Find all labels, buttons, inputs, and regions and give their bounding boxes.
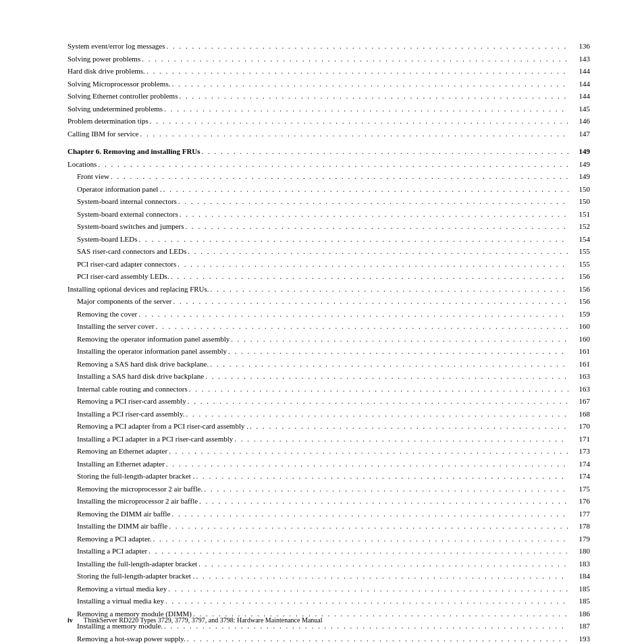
toc-entry: Locations . . . . . . . . . . . . . . . … (68, 159, 590, 170)
toc-dots: . . . . . . . . . . . . . . . . . . . . … (150, 115, 568, 127)
toc-dots: . . . . . . . . . . . . . . . . . . . . … (205, 371, 568, 382)
toc-entry: Chapter 6. Removing and installing FRUs … (68, 146, 590, 157)
toc-entry-page: 170 (570, 421, 590, 432)
toc-entry-page: 177 (570, 508, 590, 520)
toc-entry: Hard disk drive problems. . . . . . . . … (68, 65, 590, 77)
toc-entry: System-board external connectors . . . .… (68, 209, 590, 220)
toc-dots: . . . . . . . . . . . . . . . . . . . . … (111, 171, 568, 182)
toc-entry-title: Installing the operator information pane… (77, 346, 227, 357)
toc-entry: Removing the operator information panel … (68, 333, 590, 345)
toc-entry-page: 147 (570, 128, 590, 140)
toc-entry: Removing the cover . . . . . . . . . . .… (68, 308, 590, 320)
toc-entry-title: Removing a PCI adapter. (77, 533, 152, 545)
toc-entry: Installing a PCI riser-card assembly. . … (68, 408, 590, 420)
toc-dots: . . . . . . . . . . . . . . . . . . . . … (196, 570, 568, 582)
toc-entry-title: Chapter 6. Removing and installing FRUs (68, 146, 200, 157)
toc-entry: Removing an Ethernet adapter . . . . . .… (68, 446, 590, 457)
toc-entry-page: 144 (570, 65, 590, 77)
toc-entry-page: 149 (570, 171, 590, 182)
toc-dots: . . . . . . . . . . . . . . . . . . . . … (139, 234, 568, 245)
toc-dots: . . . . . . . . . . . . . . . . . . . . … (189, 383, 568, 395)
toc-entry-page: 160 (570, 333, 590, 345)
toc-dots: . . . . . . . . . . . . . . . . . . . . … (198, 558, 568, 570)
toc-dots: . . . . . . . . . . . . . . . . . . . . … (202, 146, 568, 157)
toc-entry-title: Removing the cover (77, 308, 137, 320)
toc-dots: . . . . . . . . . . . . . . . . . . . . … (250, 421, 568, 432)
toc-entry-title: Installing the DIMM air baffle (77, 520, 167, 532)
toc-dots: . . . . . . . . . . . . . . . . . . . . … (169, 520, 568, 532)
toc-entry-title: PCI riser-card assembly LEDs. (77, 271, 169, 282)
toc-entry: Installing the DIMM air baffle . . . . .… (68, 520, 590, 532)
toc-entry-title: System-board LEDs (77, 234, 138, 245)
toc-entry-page: 185 (570, 595, 590, 607)
toc-dots: . . . . . . . . . . . . . . . . . . . . … (146, 65, 568, 77)
toc-dots: . . . . . . . . . . . . . . . . . . . . … (211, 284, 568, 295)
toc-entry: Storing the full-length-adapter bracket … (68, 471, 590, 482)
toc-entry-title: Removing a virtual media key (77, 583, 167, 595)
toc-entry: Removing the DIMM air baffle . . . . . .… (68, 508, 590, 520)
toc-entry: Installing optional devices and replacin… (68, 284, 590, 295)
toc-entry-page: 174 (570, 471, 590, 482)
toc-entry-page: 152 (570, 221, 590, 232)
toc-entry-page: 175 (570, 483, 590, 495)
toc-entry-page: 151 (570, 209, 590, 220)
toc-entry-title: Installing a PCI riser-card assembly. (77, 408, 184, 420)
toc-entry-page: 149 (570, 146, 590, 157)
toc-entry: Internal cable routing and connectors . … (68, 383, 590, 395)
toc-entry-page: 144 (570, 78, 590, 90)
toc-entry: PCI riser-card assembly LEDs. . . . . . … (68, 271, 590, 282)
toc-dots: . . . . . . . . . . . . . . . . . . . . … (163, 184, 568, 195)
toc-dots: . . . . . . . . . . . . . . . . . . . . … (196, 471, 568, 482)
toc-dots: . . . . . . . . . . . . . . . . . . . . … (167, 41, 569, 52)
toc-entry-page: 163 (570, 371, 590, 382)
toc-entry-page: 143 (570, 53, 590, 65)
toc-entry-title: Major components of the server (77, 296, 172, 307)
toc-dots: . . . . . . . . . . . . . . . . . . . . … (98, 159, 568, 170)
toc-entry: Front view . . . . . . . . . . . . . . .… (68, 171, 590, 182)
toc-entry: Removing a hot-swap power supply. . . . … (68, 633, 590, 645)
toc-entry-title: Internal cable routing and connectors (77, 383, 188, 395)
toc-entry-title: Removing a SAS hard disk drive backplane… (77, 358, 209, 370)
toc-dots: . . . . . . . . . . . . . . . . . . . . … (166, 458, 568, 470)
toc-dots: . . . . . . . . . . . . . . . . . . . . … (234, 433, 568, 445)
toc-entry-page: 161 (570, 346, 590, 357)
toc-entry-page: 146 (570, 115, 590, 127)
toc-entry: Storing the full-length-adapter bracket … (68, 570, 590, 582)
page-content: System event/error log messages . . . . … (0, 0, 644, 644)
toc-entry: Solving Microprocessor problems. . . . .… (68, 78, 590, 90)
toc-entry-page: 144 (570, 90, 590, 102)
toc-entry-title: SAS riser-card connectors and LEDs (77, 246, 186, 257)
toc-entry-title: Solving power problems (68, 53, 140, 65)
toc-entry: Installing the microprocessor 2 air baff… (68, 495, 590, 507)
toc-entry-title: Installing an Ethernet adapter (77, 458, 165, 470)
toc-entry-page: 163 (570, 383, 590, 395)
toc-entry-title: Storing the full-length-adapter bracket … (77, 570, 194, 582)
toc-entry: Installing a PCI adapter in a PCI riser-… (68, 433, 590, 445)
toc-container: System event/error log messages . . . . … (68, 41, 590, 644)
toc-dots: . . . . . . . . . . . . . . . . . . . . … (178, 259, 568, 270)
toc-entry-title: Removing a hot-swap power supply. (77, 633, 186, 645)
toc-dots: . . . . . . . . . . . . . . . . . . . . … (171, 271, 568, 282)
toc-dots: . . . . . . . . . . . . . . . . . . . . … (231, 333, 568, 345)
toc-entry-page: 173 (570, 446, 590, 457)
toc-dots: . . . . . . . . . . . . . . . . . . . . … (149, 545, 568, 557)
toc-entry-page: 156 (570, 284, 590, 295)
toc-entry-title: Removing an Ethernet adapter (77, 446, 167, 457)
toc-entry-title: Removing the microprocessor 2 air baffle… (77, 483, 203, 495)
toc-entry-title: Problem determination tips (68, 115, 149, 127)
toc-entry: PCI riser-card adapter connectors . . . … (68, 259, 590, 270)
toc-dots: . . . . . . . . . . . . . . . . . . . . … (186, 221, 568, 232)
toc-entry: SAS riser-card connectors and LEDs . . .… (68, 246, 590, 257)
toc-entry-page: 168 (570, 408, 590, 420)
toc-entry-page: 180 (570, 545, 590, 557)
toc-entry-title: Installing optional devices and replacin… (68, 284, 209, 295)
toc-entry-title: Removing a PCI riser-card assembly (77, 396, 186, 407)
toc-entry: System-board switches and jumpers . . . … (68, 221, 590, 232)
toc-entry: Solving undetermined problems . . . . . … (68, 103, 590, 115)
toc-entry-title: Solving Ethernet controller problems (68, 90, 178, 102)
toc-entry-title: Operator information panel . (77, 184, 162, 195)
toc-entry-title: System-board external connectors (77, 209, 178, 220)
toc-spacer (68, 140, 590, 146)
toc-dots: . . . . . . . . . . . . . . . . . . . . … (204, 483, 568, 495)
toc-entry-title: System-board internal connectors (77, 196, 177, 207)
